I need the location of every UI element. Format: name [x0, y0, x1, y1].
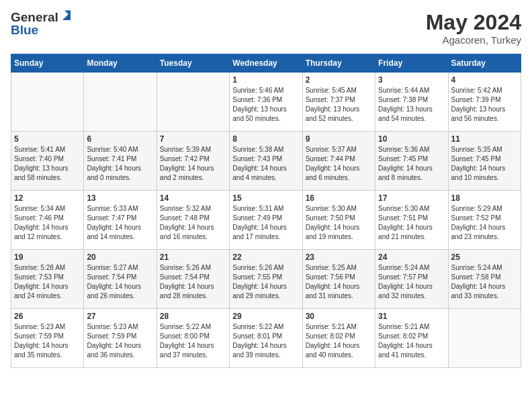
- table-row: 23Sunrise: 5:25 AMSunset: 7:56 PMDayligh…: [302, 250, 375, 309]
- cell-info: Daylight: 13 hours: [232, 105, 299, 114]
- cell-info: Sunrise: 5:38 AM: [232, 145, 299, 154]
- cell-info: and 39 minutes.: [232, 351, 299, 360]
- cell-info: Sunrise: 5:33 AM: [87, 204, 153, 214]
- table-row: 31Sunrise: 5:21 AMSunset: 8:02 PMDayligh…: [375, 309, 448, 368]
- cell-info: Sunset: 7:41 PM: [87, 154, 153, 164]
- cell-info: Sunrise: 5:31 AM: [232, 204, 299, 214]
- col-monday: Monday: [84, 54, 157, 73]
- cell-info: Sunrise: 5:37 AM: [306, 145, 372, 154]
- cell-info: Daylight: 14 hours: [306, 164, 372, 173]
- table-row: 27Sunrise: 5:23 AMSunset: 7:59 PMDayligh…: [84, 309, 157, 368]
- cell-info: Sunset: 7:55 PM: [232, 273, 299, 282]
- cell-info: Daylight: 14 hours: [87, 282, 153, 291]
- cell-info: Sunset: 7:46 PM: [14, 214, 81, 223]
- cell-info: and 2 minutes.: [160, 173, 226, 183]
- cell-info: Daylight: 14 hours: [14, 223, 81, 232]
- cell-info: Daylight: 14 hours: [306, 223, 372, 232]
- table-row: 9Sunrise: 5:37 AMSunset: 7:44 PMDaylight…: [302, 132, 375, 191]
- cell-info: Sunset: 7:57 PM: [378, 273, 445, 282]
- cell-info: Daylight: 14 hours: [378, 341, 445, 351]
- cell-info: and 16 minutes.: [160, 232, 226, 242]
- day-number: 15: [232, 193, 299, 203]
- day-number: 19: [14, 253, 81, 262]
- day-number: 20: [87, 253, 153, 262]
- table-row: 13Sunrise: 5:33 AMSunset: 7:47 PMDayligh…: [84, 191, 157, 250]
- table-row: 16Sunrise: 5:30 AMSunset: 7:50 PMDayligh…: [302, 191, 375, 250]
- cell-info: and 58 minutes.: [14, 173, 81, 183]
- calendar-week-row: 26Sunrise: 5:23 AMSunset: 7:59 PMDayligh…: [11, 309, 521, 368]
- cell-info: Sunset: 7:59 PM: [14, 332, 81, 341]
- table-row: 26Sunrise: 5:23 AMSunset: 7:59 PMDayligh…: [11, 309, 84, 368]
- col-friday: Friday: [375, 54, 448, 73]
- cell-info: and 28 minutes.: [160, 291, 226, 301]
- table-row: 17Sunrise: 5:30 AMSunset: 7:51 PMDayligh…: [375, 191, 448, 250]
- day-number: 26: [14, 312, 81, 321]
- table-row: 22Sunrise: 5:26 AMSunset: 7:55 PMDayligh…: [230, 250, 302, 309]
- table-row: [157, 73, 229, 132]
- cell-info: and 23 minutes.: [451, 232, 518, 242]
- cell-info: Sunset: 7:52 PM: [451, 214, 518, 223]
- cell-info: and 35 minutes.: [14, 351, 81, 360]
- table-row: 15Sunrise: 5:31 AMSunset: 7:49 PMDayligh…: [230, 191, 302, 250]
- cell-info: Sunset: 7:53 PM: [14, 273, 81, 282]
- cell-info: Daylight: 14 hours: [14, 341, 81, 351]
- cell-info: Sunrise: 5:24 AM: [451, 263, 518, 273]
- table-row: 7Sunrise: 5:39 AMSunset: 7:42 PMDaylight…: [157, 132, 229, 191]
- col-wednesday: Wednesday: [230, 54, 302, 73]
- day-number: 5: [14, 134, 81, 144]
- cell-info: and 21 minutes.: [378, 232, 445, 242]
- cell-info: Sunrise: 5:26 AM: [160, 263, 226, 273]
- table-row: [84, 73, 157, 132]
- day-number: 16: [306, 193, 372, 203]
- day-number: 3: [378, 75, 445, 85]
- cell-info: Sunrise: 5:30 AM: [378, 204, 445, 214]
- day-number: 12: [14, 193, 81, 203]
- table-row: 30Sunrise: 5:21 AMSunset: 8:02 PMDayligh…: [302, 309, 375, 368]
- day-number: 17: [378, 193, 445, 203]
- table-row: 8Sunrise: 5:38 AMSunset: 7:43 PMDaylight…: [230, 132, 302, 191]
- table-row: 14Sunrise: 5:32 AMSunset: 7:48 PMDayligh…: [157, 191, 229, 250]
- title-block: May 2024 Agacoren, Turkey: [426, 11, 521, 46]
- logo: General Blue: [11, 11, 73, 38]
- cell-info: Sunset: 7:44 PM: [306, 154, 372, 164]
- table-row: 24Sunrise: 5:24 AMSunset: 7:57 PMDayligh…: [375, 250, 448, 309]
- cell-info: Sunrise: 5:24 AM: [378, 263, 445, 273]
- cell-info: Sunset: 7:42 PM: [160, 154, 226, 164]
- day-number: 29: [232, 312, 299, 321]
- table-row: 10Sunrise: 5:36 AMSunset: 7:45 PMDayligh…: [375, 132, 448, 191]
- cell-info: Sunrise: 5:30 AM: [306, 204, 372, 214]
- cell-info: and 12 minutes.: [14, 232, 81, 242]
- cell-info: Daylight: 14 hours: [160, 164, 226, 173]
- cell-info: Sunrise: 5:44 AM: [378, 86, 445, 95]
- day-number: 31: [378, 312, 445, 321]
- calendar-week-row: 19Sunrise: 5:28 AMSunset: 7:53 PMDayligh…: [11, 250, 521, 309]
- calendar-table: Sunday Monday Tuesday Wednesday Thursday…: [11, 54, 521, 368]
- table-row: [11, 73, 84, 132]
- cell-info: Sunrise: 5:36 AM: [378, 145, 445, 154]
- cell-info: and 19 minutes.: [306, 232, 372, 242]
- cell-info: and 10 minutes.: [451, 173, 518, 183]
- cell-info: Sunrise: 5:29 AM: [451, 204, 518, 214]
- cell-info: Sunrise: 5:28 AM: [14, 263, 81, 273]
- cell-info: Daylight: 14 hours: [378, 282, 445, 291]
- cell-info: and 17 minutes.: [232, 232, 299, 242]
- day-number: 18: [451, 193, 518, 203]
- day-number: 13: [87, 193, 153, 203]
- cell-info: Sunrise: 5:42 AM: [451, 86, 518, 95]
- table-row: 3Sunrise: 5:44 AMSunset: 7:38 PMDaylight…: [375, 73, 448, 132]
- cell-info: and 26 minutes.: [87, 291, 153, 301]
- cell-info: Sunset: 7:43 PM: [232, 154, 299, 164]
- cell-info: Daylight: 14 hours: [378, 164, 445, 173]
- cell-info: Daylight: 14 hours: [160, 223, 226, 232]
- cell-info: and 31 minutes.: [306, 291, 372, 301]
- day-number: 2: [306, 75, 372, 85]
- table-row: 25Sunrise: 5:24 AMSunset: 7:58 PMDayligh…: [448, 250, 521, 309]
- cell-info: Sunset: 7:59 PM: [87, 332, 153, 341]
- cell-info: and 40 minutes.: [306, 351, 372, 360]
- cell-info: Daylight: 14 hours: [160, 282, 226, 291]
- cell-info: and 4 minutes.: [232, 173, 299, 183]
- cell-info: and 54 minutes.: [378, 114, 445, 124]
- cell-info: Sunrise: 5:21 AM: [306, 322, 372, 332]
- cell-info: Daylight: 14 hours: [451, 164, 518, 173]
- table-row: 4Sunrise: 5:42 AMSunset: 7:39 PMDaylight…: [448, 73, 521, 132]
